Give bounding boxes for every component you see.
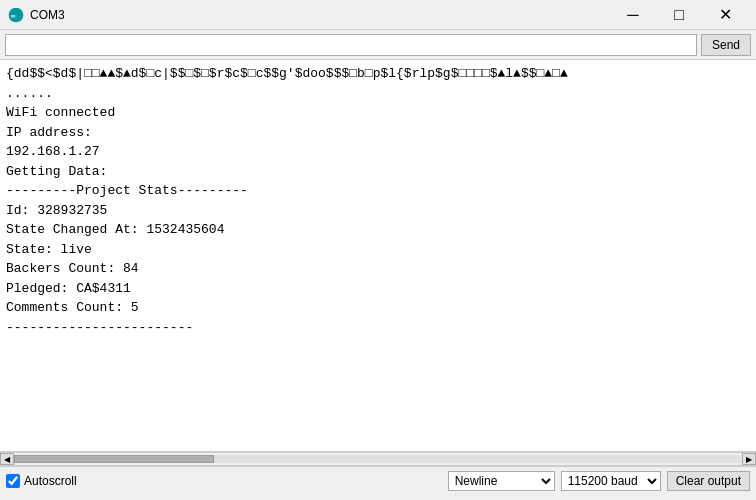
title-bar: ∞ COM3 ─ □ ✕ xyxy=(0,0,756,30)
output-area: {dd$$<$d$|□□▲▲$▲d$□c|$$□$□$r$c$□c$$g'$do… xyxy=(0,60,756,452)
clear-output-button[interactable]: Clear output xyxy=(667,471,750,491)
window-controls: ─ □ ✕ xyxy=(610,0,748,30)
autoscroll-label[interactable]: Autoscroll xyxy=(24,474,77,488)
app-icon: ∞ xyxy=(8,7,24,23)
autoscroll-container: Autoscroll xyxy=(6,474,448,488)
horizontal-scrollbar[interactable]: ◀ ▶ xyxy=(0,452,756,466)
status-bar: Autoscroll NewlineNo line endingCarriage… xyxy=(0,466,756,494)
output-line: Comments Count: 5 xyxy=(6,298,750,318)
output-line: Pledged: CA$4311 xyxy=(6,279,750,299)
send-button[interactable]: Send xyxy=(701,34,751,56)
output-line: IP address: xyxy=(6,123,750,143)
output-line: ...... xyxy=(6,84,750,104)
autoscroll-checkbox[interactable] xyxy=(6,474,20,488)
output-line: State: live xyxy=(6,240,750,260)
serial-input[interactable] xyxy=(5,34,697,56)
output-line: {dd$$<$d$|□□▲▲$▲d$□c|$$□$□$r$c$□c$$g'$do… xyxy=(6,64,750,84)
maximize-button[interactable]: □ xyxy=(656,0,702,30)
minimize-button[interactable]: ─ xyxy=(610,0,656,30)
newline-select[interactable]: NewlineNo line endingCarriage returnBoth… xyxy=(448,471,555,491)
output-line: WiFi connected xyxy=(6,103,750,123)
output-line: Id: 328932735 xyxy=(6,201,750,221)
toolbar: Send xyxy=(0,30,756,60)
output-line: ------------------------ xyxy=(6,318,750,338)
svg-text:∞: ∞ xyxy=(11,11,16,18)
scroll-thumb[interactable] xyxy=(14,455,214,463)
scroll-left-arrow[interactable]: ◀ xyxy=(0,453,14,465)
scroll-track xyxy=(14,455,742,463)
baud-select[interactable]: 300 baud1200 baud2400 baud4800 baud9600 … xyxy=(561,471,661,491)
window-title: COM3 xyxy=(30,8,610,22)
output-line: Getting Data: xyxy=(6,162,750,182)
output-line: 192.168.1.27 xyxy=(6,142,750,162)
output-line: ---------Project Stats--------- xyxy=(6,181,750,201)
close-button[interactable]: ✕ xyxy=(702,0,748,30)
output-line: State Changed At: 1532435604 xyxy=(6,220,750,240)
output-line: Backers Count: 84 xyxy=(6,259,750,279)
scroll-right-arrow[interactable]: ▶ xyxy=(742,453,756,465)
